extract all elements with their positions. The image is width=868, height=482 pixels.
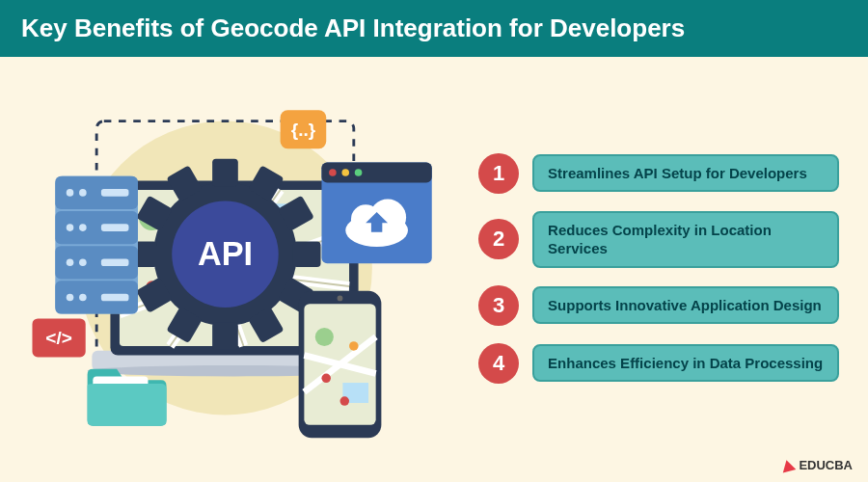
svg-rect-18	[293, 241, 321, 267]
benefit-number: 3	[478, 285, 519, 326]
svg-point-37	[79, 224, 87, 231]
benefit-label: Reduces Complexity in Location Services	[532, 211, 839, 268]
svg-point-40	[79, 258, 87, 266]
svg-point-61	[315, 328, 334, 346]
svg-rect-41	[101, 258, 129, 266]
api-illustration: API	[0, 57, 469, 479]
svg-point-60	[338, 296, 343, 302]
benefit-label: Enhances Efficiency in Data Processing	[532, 344, 839, 383]
benefit-label: Streamlines API Setup for Developers	[532, 154, 839, 193]
benefit-number: 1	[478, 153, 519, 194]
content-row: API	[0, 57, 868, 479]
page-title: Key Benefits of Geocode API Integration …	[0, 0, 868, 57]
server-icon	[55, 176, 138, 314]
svg-point-42	[67, 294, 74, 302]
benefit-item: 2 Reduces Complexity in Location Service…	[478, 211, 839, 268]
benefit-number: 4	[478, 343, 519, 384]
svg-point-64	[349, 341, 359, 351]
logo-text: EDUCBA	[799, 458, 853, 472]
svg-rect-38	[101, 224, 129, 231]
benefit-item: 1 Streamlines API Setup for Developers	[478, 153, 839, 194]
svg-point-43	[79, 294, 87, 302]
svg-rect-21	[212, 322, 238, 350]
svg-point-39	[67, 258, 74, 266]
svg-point-36	[67, 224, 74, 231]
svg-rect-35	[101, 189, 129, 197]
code-tag-icon: </>	[33, 318, 86, 357]
logo-triangle-icon	[780, 458, 797, 472]
svg-rect-15	[212, 159, 238, 187]
benefit-item: 3 Supports Innovative Application Design	[478, 285, 839, 326]
phone-icon	[299, 291, 382, 438]
svg-point-63	[322, 374, 332, 384]
svg-point-48	[341, 169, 349, 176]
benefit-number: 2	[478, 219, 519, 259]
svg-rect-44	[101, 294, 129, 302]
benefit-item: 4 Enhances Efficiency in Data Processing	[478, 343, 839, 384]
svg-point-34	[79, 189, 87, 197]
svg-rect-46	[322, 162, 432, 182]
benefits-list: 1 Streamlines API Setup for Developers 2…	[469, 57, 868, 479]
illustration-svg: API	[3, 75, 466, 461]
svg-point-33	[67, 189, 74, 197]
svg-point-65	[340, 396, 350, 406]
brand-logo: EDUCBA	[781, 458, 853, 472]
svg-point-49	[355, 169, 363, 176]
gear-label: API	[198, 235, 253, 272]
svg-text:{..}: {..}	[291, 120, 316, 140]
svg-point-47	[329, 169, 337, 176]
benefit-label: Supports Innovative Application Design	[532, 286, 839, 325]
svg-text:</>: </>	[45, 328, 72, 348]
curly-tag-icon: {..}	[281, 110, 327, 148]
cloud-window-icon	[322, 162, 432, 263]
